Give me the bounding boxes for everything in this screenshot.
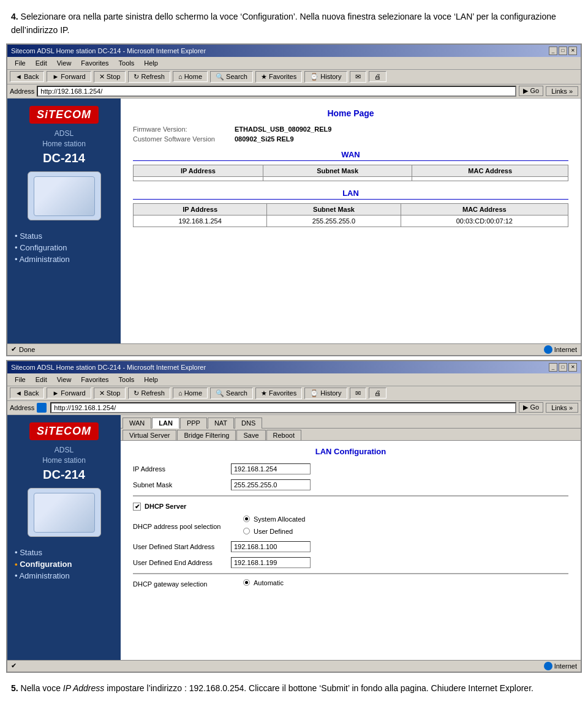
favorites-btn-2[interactable]: ★ Favorites [255, 388, 302, 399]
search-btn-2[interactable]: 🔍 Search [210, 388, 253, 399]
sidebar-1: SiTECOM ADSLHome station DC-214 Status C… [7, 99, 121, 343]
minimize-btn-2[interactable]: _ [549, 363, 557, 372]
browser-title-2: Sitecom ADSL Home station DC-214 - Micro… [11, 364, 206, 371]
nav-configuration-2[interactable]: Configuration [15, 558, 113, 570]
main-content-2: WAN LAN PPP NAT DNS Virtual Server Bridg… [121, 415, 581, 660]
status-done-1: Done [19, 346, 35, 353]
menu-help-1[interactable]: Help [139, 58, 163, 68]
nav-status-1[interactable]: Status [15, 230, 113, 242]
start-address-row: User Defined Start Address [133, 541, 568, 552]
titlebar-buttons-2: _ □ ✕ [549, 363, 577, 372]
maximize-btn-2[interactable]: □ [559, 363, 567, 372]
menu-help-2[interactable]: Help [139, 375, 163, 384]
tab-lan[interactable]: LAN [152, 418, 179, 429]
globe-icon-2 [544, 662, 552, 670]
gateway-radio[interactable] [243, 579, 250, 586]
titlebar-buttons-1: _ □ ✕ [549, 47, 577, 55]
wan-col-subnet: Subnet Mask [263, 165, 412, 176]
close-btn-1[interactable]: ✕ [568, 47, 577, 55]
menu-file-2[interactable]: File [10, 375, 31, 384]
subtab-virtual-server[interactable]: Virtual Server [123, 430, 176, 440]
nav-status-2[interactable]: Status [15, 547, 113, 558]
back-btn-1[interactable]: ◄ Back [10, 71, 44, 82]
minimize-btn-1[interactable]: _ [549, 47, 557, 55]
back-btn-2[interactable]: ◄ Back [10, 388, 44, 399]
forward-btn-2[interactable]: ► Forward [47, 388, 91, 399]
lan-ip: 192.168.1.254 [134, 215, 267, 227]
step5-number: 5. [11, 683, 18, 693]
step4-number: 4. [11, 12, 18, 21]
end-address-input[interactable] [231, 557, 311, 568]
product-title-1: ADSLHome station [42, 129, 86, 149]
print-btn-2[interactable]: 🖨 [369, 388, 386, 399]
go-btn-2[interactable]: ▶ Go [519, 402, 543, 413]
main-content-1: Home Page Firmware Version: ETHADSL_USB_… [121, 99, 581, 343]
menu-file-1[interactable]: File [10, 58, 31, 68]
wan-ip [134, 176, 263, 181]
forward-btn-1[interactable]: ► Forward [47, 71, 91, 82]
maximize-btn-1[interactable]: □ [559, 47, 567, 55]
address-input-2[interactable] [50, 402, 516, 413]
divider-2 [133, 573, 568, 574]
favorites-btn-1[interactable]: ★ Favorites [255, 71, 302, 83]
nav-administration-1[interactable]: Administration [15, 253, 113, 265]
tab-ppp[interactable]: PPP [180, 418, 207, 429]
nav-links-2: Status Configuration Administration [12, 547, 116, 582]
wan-subnet [263, 176, 412, 181]
links-btn-2[interactable]: Links » [546, 403, 578, 413]
section5-text: 5. Nella voce IP Address impostare l’ind… [0, 673, 588, 700]
menu-edit-1[interactable]: Edit [31, 58, 52, 68]
history-btn-1[interactable]: ⌚ History [304, 71, 347, 83]
ip-address-row: IP Address [133, 463, 568, 474]
mail-btn-2[interactable]: ✉ [350, 388, 366, 399]
subnet-input[interactable] [231, 479, 311, 490]
search-btn-1[interactable]: 🔍 Search [210, 71, 253, 83]
menu-tools-2[interactable]: Tools [114, 375, 140, 384]
status-internet-2: Internet [544, 662, 577, 670]
nav-administration-2[interactable]: Administration [15, 570, 113, 582]
dhcp-checkbox[interactable]: ✔ [133, 503, 141, 511]
dhcp-section: ✔ DHCP Server DHCP address pool selectio… [133, 503, 568, 589]
titlebar-1: Sitecom ADSL Home station DC-214 - Micro… [7, 45, 581, 57]
menu-favorites-2[interactable]: Favorites [76, 375, 113, 384]
home-btn-1[interactable]: ⌂ Home [173, 71, 208, 82]
stop-btn-1[interactable]: ✕ Stop [94, 71, 126, 83]
subtab-save[interactable]: Save [236, 430, 265, 440]
print-btn-1[interactable]: 🖨 [369, 71, 386, 82]
tab-wan[interactable]: WAN [123, 418, 151, 429]
home-btn-2[interactable]: ⌂ Home [173, 388, 208, 399]
lan-subnet: 255.255.255.0 [267, 215, 401, 227]
links-btn-1[interactable]: Links » [546, 86, 578, 96]
lan-page-content: LAN Configuration IP Address Subnet Mask… [121, 441, 581, 601]
nav-configuration-1[interactable]: Configuration [15, 242, 113, 253]
go-btn-1[interactable]: ▶ Go [519, 86, 543, 96]
refresh-btn-2[interactable]: ↻ Refresh [128, 388, 170, 399]
firmware-label: Firmware Version: [133, 125, 231, 133]
subtab-reboot[interactable]: Reboot [266, 430, 301, 440]
status-bar-1: ✔ Done Internet [7, 343, 581, 355]
tab-dns[interactable]: DNS [235, 418, 262, 429]
internet-label-2: Internet [554, 662, 577, 670]
start-address-input[interactable] [231, 541, 311, 552]
ip-address-input[interactable] [231, 463, 311, 474]
radio-user[interactable] [243, 528, 250, 534]
refresh-btn-1[interactable]: ↻ Refresh [128, 71, 170, 83]
status-left-1: ✔ Done [11, 345, 35, 353]
address-label-2: Address [10, 404, 34, 411]
tab-nat[interactable]: NAT [208, 418, 234, 429]
mail-btn-1[interactable]: ✉ [350, 71, 366, 83]
history-btn-2[interactable]: ⌚ History [304, 388, 347, 399]
menu-view-2[interactable]: View [52, 375, 77, 384]
menu-edit-2[interactable]: Edit [31, 375, 52, 384]
address-input-1[interactable] [37, 86, 516, 97]
subtab-bridge-filtering[interactable]: Bridge Filtering [177, 430, 236, 440]
menu-favorites-1[interactable]: Favorites [76, 58, 113, 68]
dhcp-pool-label: DHCP address pool selection [133, 523, 243, 530]
divider-1 [133, 495, 568, 496]
menu-tools-1[interactable]: Tools [114, 58, 140, 68]
radio-system[interactable] [243, 515, 250, 522]
menu-view-1[interactable]: View [52, 58, 77, 68]
close-btn-2[interactable]: ✕ [568, 363, 577, 372]
stop-btn-2[interactable]: ✕ Stop [94, 388, 126, 399]
dhcp-header: ✔ DHCP Server [133, 503, 568, 511]
